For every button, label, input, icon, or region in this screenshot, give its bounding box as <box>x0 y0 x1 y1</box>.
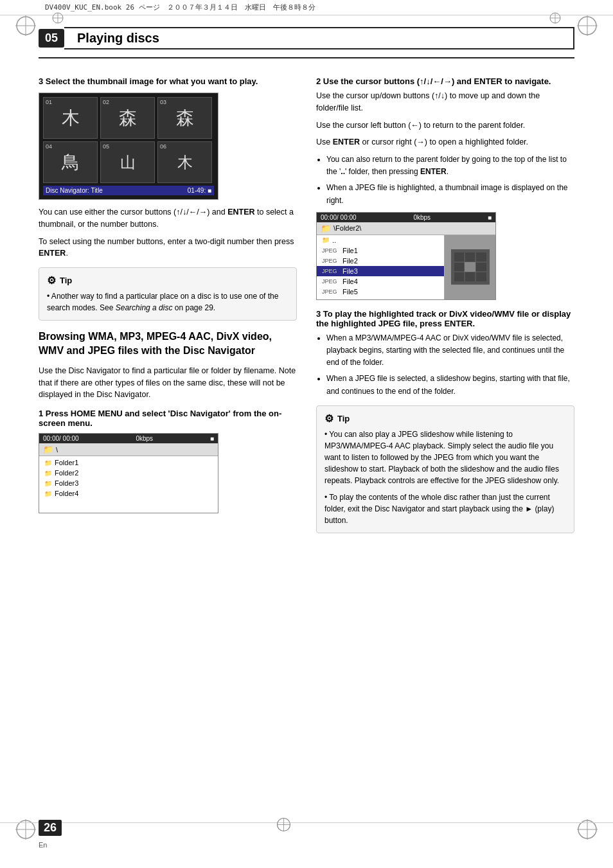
page-number: 26 <box>39 820 62 836</box>
step2-bullet-2: When a JPEG file is highlighted, a thumb… <box>326 182 574 206</box>
tip-text-1: • Another way to find a particular place… <box>47 290 289 314</box>
nav-folder-1: Folder1 <box>55 459 78 466</box>
tip-header-1: ⚙ Tip <box>47 274 289 287</box>
tip-box-2: ⚙ Tip • You can also play a JPEG slidesh… <box>316 405 574 533</box>
reg-circle-t1 <box>51 12 64 24</box>
tip-icon-2: ⚙ <box>324 412 333 425</box>
step2-body1: Use the cursor up/down buttons (↑/↓) to … <box>316 90 574 114</box>
navigator-mock-1: 00:00/ 00:00 0kbps ■ 📁 \ 📁 Folder1 📁 Fol… <box>39 433 218 513</box>
nav-folder-2: Folder2 <box>55 469 78 477</box>
reg-circle-b1 <box>276 817 292 833</box>
nav-kbps-2: 0kbps <box>413 214 431 221</box>
nav-item-f2: 📁 Folder2 <box>39 468 218 478</box>
step2-bullet-list: You can also return to the parent folder… <box>326 154 574 207</box>
step2-bullet-1: You can also return to the parent folder… <box>326 154 574 178</box>
corner-mark-tl <box>13 13 39 39</box>
thumb-status-count: 01-49: ■ <box>188 187 211 194</box>
step2-heading-text: 2 Use the cursor buttons (↑/↓/←/→) and E… <box>316 76 551 86</box>
nav-filelist-1: 📁 Folder1 📁 Folder2 📁 Folder3 📁 Folder4 <box>39 456 218 513</box>
nav-time-1: 00:00/ 00:00 <box>43 435 79 442</box>
nav-time-2: 00:00/ 00:00 <box>321 214 357 221</box>
nav-file-dotdot: 📁 .. <box>317 235 444 245</box>
nav-thumb-preview <box>444 235 495 299</box>
nav-breadcrumb-2: 📁 \Folder2\ <box>317 222 495 235</box>
nav-topbar-1: 00:00/ 00:00 0kbps ■ <box>39 434 218 443</box>
tip-label-2: Tip <box>337 414 350 423</box>
thumb-cell-4: 04 鳥 <box>43 141 98 183</box>
thumb-cell-1: 01 木 <box>43 97 98 139</box>
thumb-row-1: 01 木 02 森 03 森 <box>43 97 214 139</box>
corner-mark-tr <box>574 13 600 39</box>
corner-mark-bl <box>13 817 39 842</box>
nav-sym-2: ■ <box>488 214 492 221</box>
nav-container-2: 📁 .. JPEG File1 JPEG File2 JPEG File3 <box>317 235 495 299</box>
left-column: 3 Select the thumbnail image for what yo… <box>39 69 297 541</box>
chapter-title: Playing discs <box>64 27 574 49</box>
nav-folder-3: Folder3 <box>55 479 78 487</box>
nav-item-f4: 📁 Folder4 <box>39 488 218 499</box>
step3r-bullet-list: When a MP3/WMA/MPEG-4 AAC or DivX video/… <box>326 332 574 398</box>
nav-file-1: JPEG File1 <box>317 245 444 256</box>
folder-icon-2: 📁 <box>321 224 331 233</box>
folder-icon-1: 📁 <box>43 445 53 454</box>
nav-item-f3: 📁 Folder3 <box>39 478 218 488</box>
browse-heading: Browsing WMA, MP3, MPEG-4 AAC, DivX vide… <box>39 330 297 359</box>
nav-thumb-img <box>451 249 490 285</box>
nav-breadcrumb-1: 📁 \ <box>39 443 218 456</box>
thumb-cell-5: 05 山 <box>100 141 155 183</box>
step3-body2: To select using the number buttons, ente… <box>39 236 297 260</box>
step3-body1: You can use either the cursor buttons (↑… <box>39 206 297 231</box>
nav-topbar-2: 00:00/ 00:00 0kbps ■ <box>317 213 495 222</box>
nav-item-dots: 📁 Folder1 <box>39 457 218 468</box>
tip-label-1: Tip <box>60 276 72 285</box>
thumb-svg <box>454 252 486 281</box>
tip-header-2: ⚙ Tip <box>324 412 566 425</box>
tip-box-1: ⚙ Tip • Another way to find a particular… <box>39 267 297 321</box>
step3-heading: 3 Select the thumbnail image for what yo… <box>39 76 297 86</box>
nav-file-4: JPEG File4 <box>317 276 444 287</box>
nav-sym-1: ■ <box>210 435 214 442</box>
top-metadata-bar: DV400V_KUC_EN.book 26 ページ ２００７年３月１４日 水曜日… <box>0 0 613 15</box>
nav-kbps-1: 0kbps <box>136 435 153 442</box>
thumb-status-bar: Disc Navigator: Title 01-49: ■ <box>43 186 214 195</box>
browse-body: Use the Disc Navigator to find a particu… <box>39 365 297 401</box>
corner-mark-br <box>574 817 600 842</box>
step3r-bullet-1: When a MP3/WMA/MPEG-4 AAC or DivX video/… <box>326 332 574 369</box>
tip2-bullet-1: • You can also play a JPEG slideshow whi… <box>324 429 566 486</box>
nav-file-5: JPEG File5 <box>317 287 444 297</box>
chapter-number: 05 <box>39 29 64 48</box>
step3r-heading: 3 To play the highlighted track or DivX … <box>316 309 574 328</box>
metadata-text: DV400V_KUC_EN.book 26 ページ ２００７年３月１４日 水曜日… <box>45 3 315 12</box>
step2-heading: 2 Use the cursor buttons (↑/↓/←/→) and E… <box>316 76 574 86</box>
thumb-cell-3: 03 森 <box>157 97 212 139</box>
thumb-status-text: Disc Navigator: Title <box>46 187 103 194</box>
navigator-mock-2: 00:00/ 00:00 0kbps ■ 📁 \Folder2\ 📁 .. JP… <box>316 212 496 300</box>
step3r-heading-text: 3 To play the highlighted track or DivX … <box>316 309 571 328</box>
tip-icon-1: ⚙ <box>47 274 56 287</box>
step2-body2: Use the cursor left button (←) to return… <box>316 120 574 132</box>
thumb-cell-2: 02 森 <box>100 97 155 139</box>
thumbnail-grid: 01 木 02 森 03 森 04 鳥 05 山 <box>39 93 218 200</box>
step3r-bullet-2: When a JPEG file is selected, a slidesho… <box>326 373 574 397</box>
step1-heading: 1 Press HOME MENU and select 'Disc Navig… <box>39 409 297 428</box>
main-content: 3 Select the thumbnail image for what yo… <box>0 69 613 541</box>
nav-file-2: JPEG File2 <box>317 256 444 266</box>
nav-folder-4: Folder4 <box>55 490 78 497</box>
bottom-rule <box>0 822 613 823</box>
tip2-bullet-2: • To play the contents of the whole disc… <box>324 492 566 526</box>
chapter-header: 05 Playing discs <box>39 27 574 49</box>
svg-rect-23 <box>465 262 475 272</box>
nav-filelist-area-2: 📁 .. JPEG File1 JPEG File2 JPEG File3 <box>317 235 444 299</box>
reg-circle-t2 <box>549 12 562 24</box>
nav-path-2: \Folder2\ <box>333 224 361 232</box>
thumb-row-2: 04 鳥 05 山 06 木 <box>43 141 214 183</box>
right-column: 2 Use the cursor buttons (↑/↓/←/→) and E… <box>316 69 574 541</box>
nav-path-1: \ <box>56 446 58 454</box>
nav-file-3: JPEG File3 <box>317 266 444 276</box>
step2-body3: Use ENTER or cursor right (→) to open a … <box>316 136 574 148</box>
thumb-cell-6: 06 木 <box>157 141 212 183</box>
page-lang: En <box>39 841 47 849</box>
